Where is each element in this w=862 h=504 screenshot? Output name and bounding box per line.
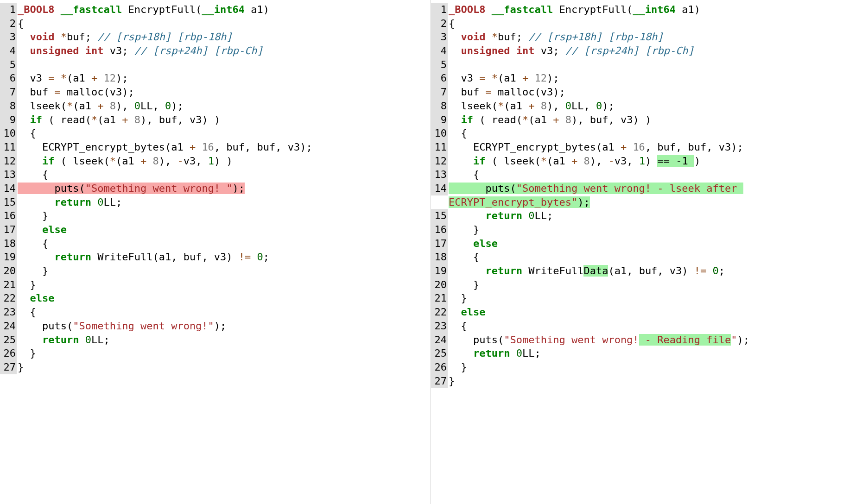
code-segment: unsigned int [30, 45, 104, 57]
code-segment: ); [737, 334, 750, 346]
code-segment: 8 [134, 114, 140, 126]
left-line: 15 return 0LL; [0, 195, 431, 209]
code-segment [97, 72, 103, 84]
code-segment: { [449, 251, 479, 263]
code-segment: * [541, 155, 547, 167]
code-segment: 8 [152, 155, 158, 167]
code-segment: buf; [67, 31, 97, 43]
code-segment: 12 [103, 72, 116, 84]
code-segment: 0 [134, 100, 140, 112]
right-line: 25 return 0LL; [431, 346, 862, 360]
code-segment: == -1 [657, 155, 694, 167]
code-segment: " [731, 334, 737, 346]
code-segment: { [449, 127, 467, 139]
code-segment: 0 [165, 100, 171, 112]
code-segment: // [rsp+18h] [rbp-18h] [97, 31, 232, 43]
line-number: 19 [0, 250, 17, 264]
right-line: 15 return 0LL; [431, 209, 862, 223]
line-source: } [448, 360, 467, 374]
code-segment [449, 238, 473, 249]
right-line: 3 void *buf; // [rsp+18h] [rbp-18h] [431, 30, 862, 44]
code-segment: ( read( [42, 114, 91, 126]
code-segment: != [694, 265, 707, 277]
code-segment: else [42, 224, 67, 235]
line-source: { [448, 17, 455, 31]
code-segment: (a1 [97, 114, 122, 126]
code-segment [449, 155, 473, 167]
line-source: } [17, 264, 48, 278]
diff-container: 1_BOOL8 __fastcall EncryptFull(__int64 a… [0, 0, 862, 504]
code-segment [627, 141, 633, 153]
code-segment: LL; [522, 347, 541, 359]
line-source: } [448, 374, 455, 388]
right-line: 6 v3 = *(a1 + 12); [431, 71, 862, 85]
line-number: 5 [431, 58, 448, 72]
line-number: 7 [0, 85, 17, 99]
code-segment: v3 [18, 72, 48, 84]
line-source: return 0LL; [448, 346, 541, 360]
code-segment: Data [583, 265, 608, 277]
line-number: 20 [431, 278, 448, 292]
left-line: 19 return WriteFull(a1, buf, v3) != 0; [0, 250, 431, 264]
line-source: lseek(*(a1 + 8), 0LL, 0); [17, 99, 184, 113]
line-number: 18 [0, 237, 17, 251]
code-segment: 8 [110, 100, 116, 112]
code-segment: LL, [140, 100, 165, 112]
code-segment [18, 251, 54, 263]
code-segment: return [54, 251, 91, 263]
line-number: 11 [431, 140, 448, 154]
code-segment: { [18, 18, 24, 29]
line-source: return WriteFullData(a1, buf, v3) != 0; [448, 264, 725, 278]
line-number: 21 [0, 278, 17, 292]
line-number: 3 [0, 30, 17, 44]
line-source: return WriteFull(a1, buf, v3) != 0; [17, 250, 269, 264]
code-segment: { [449, 320, 467, 332]
code-segment: malloc(v3); [61, 86, 134, 98]
code-segment: ), [547, 100, 565, 112]
code-segment [18, 224, 42, 235]
left-code: 1_BOOL8 __fastcall EncryptFull(__int64 a… [0, 3, 431, 374]
code-segment: - [177, 155, 183, 167]
line-number: 22 [431, 305, 448, 319]
code-segment: ECRYPT_encrypt_bytes(a1 [449, 141, 621, 153]
code-segment [449, 114, 461, 126]
code-segment: 0 [516, 347, 522, 359]
right-line: 2{ [431, 17, 862, 31]
line-number: 10 [0, 126, 17, 140]
code-segment: buf; [498, 31, 528, 43]
line-number: 18 [431, 250, 448, 264]
code-segment: else [461, 306, 486, 318]
code-segment: } [449, 292, 467, 304]
line-source: else [17, 223, 67, 237]
line-number: 13 [431, 168, 448, 182]
code-segment: lseek( [449, 100, 498, 112]
left-line: 26 } [0, 346, 431, 360]
line-source: _BOOL8 __fastcall EncryptFull(__int64 a1… [448, 3, 700, 17]
line-number: 24 [431, 333, 448, 347]
right-line: 19 return WriteFullData(a1, buf, v3) != … [431, 264, 862, 278]
code-segment: (a1 [73, 100, 97, 112]
line-source: } [448, 223, 479, 237]
code-segment: // [rsp+24h] [rbp-Ch] [565, 45, 694, 57]
code-segment: + [122, 114, 128, 126]
code-segment: ); [171, 100, 184, 112]
code-segment [18, 292, 30, 304]
code-segment [534, 100, 540, 112]
line-number: 23 [431, 319, 448, 333]
code-segment: __fastcall [492, 4, 559, 15]
code-segment: } [449, 224, 479, 235]
code-segment: * [61, 72, 67, 84]
right-line: 22 else [431, 305, 862, 319]
line-number: 11 [0, 140, 17, 154]
line-source: { [17, 237, 48, 251]
line-source: if ( read(*(a1 + 8), buf, v3) ) [17, 113, 220, 127]
code-segment: "Something went wrong!" [73, 320, 214, 332]
code-segment [486, 72, 492, 84]
code-segment: if [42, 155, 55, 167]
left-line: 23 { [0, 305, 431, 319]
code-segment: 0 [97, 196, 103, 208]
code-segment: // [rsp+24h] [rbp-Ch] [134, 45, 263, 57]
right-line: 17 else [431, 237, 862, 251]
code-segment: if [30, 114, 43, 126]
code-segment [18, 196, 54, 208]
